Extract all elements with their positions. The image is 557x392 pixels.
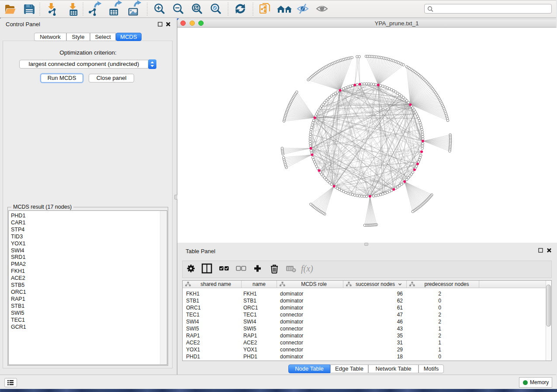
svg-text:f(x): f(x): [301, 264, 313, 274]
